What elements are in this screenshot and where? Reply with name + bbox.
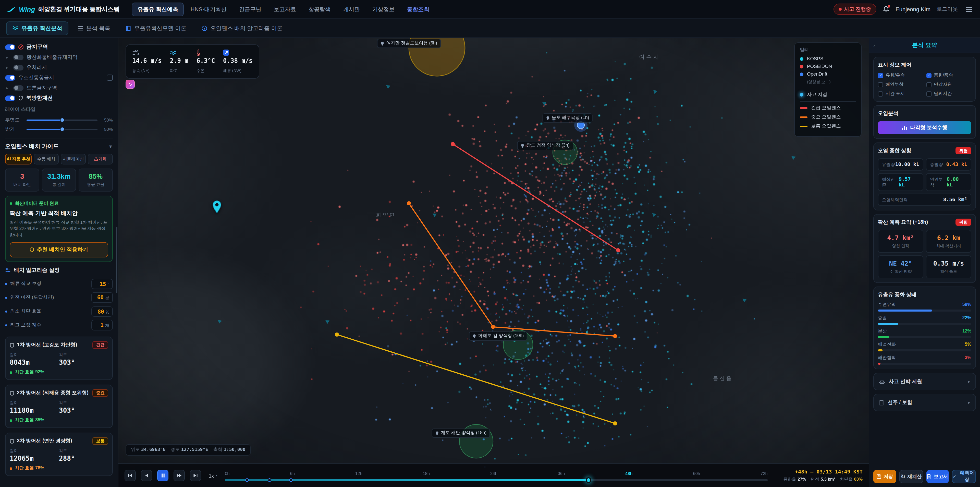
prediction-save-button[interactable]: ✓ 예측저장	[952, 470, 976, 483]
recalculate-button[interactable]: ↻ 재계산	[899, 470, 923, 483]
polygon-analysis-button[interactable]: 다각형 분석수행	[878, 121, 971, 134]
expand-caret-icon[interactable]: ▸	[6, 65, 10, 70]
layer-toggle-drone-ban[interactable]	[13, 85, 24, 91]
report-button[interactable]: 보고서	[926, 470, 949, 483]
defense-line-card-2[interactable]: 2차 방어선 (외해용 중형 포위형) 중요 길이11180m 각도303° 차…	[5, 385, 113, 428]
menu-icon[interactable]	[964, 5, 974, 13]
param-input[interactable]: 80%	[91, 307, 113, 317]
wave-icon	[170, 49, 188, 56]
skip-start-button[interactable]	[124, 470, 136, 481]
nav-item-board[interactable]: 게시판	[338, 2, 366, 16]
checkbox-flow[interactable]: 유향/유속	[878, 72, 923, 79]
layers-tool-button[interactable]	[126, 80, 135, 89]
checkbox-weather-time[interactable]: 날씨시간	[926, 91, 971, 97]
nav-item-hns[interactable]: HNS·대기확산	[185, 2, 232, 16]
defense-line-card-3[interactable]: 3차 방어선 (연안 경량형) 보통 길이12065m 각도288° 차단 효율…	[5, 433, 113, 476]
param-input[interactable]: 60분	[91, 292, 113, 303]
mode-ai-recommend-button[interactable]: AI 자동 추천	[5, 154, 32, 164]
vessel-spec-section[interactable]: 사고 선박 제원 ▸	[873, 373, 976, 390]
shoreline-attached-cell: 연안부착0.00 kL	[926, 173, 971, 191]
sidebar-scrollbar[interactable]	[116, 227, 118, 293]
nav-item-spill-forecast[interactable]: 유출유 확산예측	[132, 2, 184, 16]
tab-spill-analysis[interactable]: 유출유 확산분석	[6, 21, 68, 35]
deploy-marker[interactable]	[268, 478, 271, 482]
timeline-track[interactable]	[225, 479, 768, 481]
checkbox-sensitive[interactable]: 민감자원	[926, 82, 971, 88]
impact-area-cell: 4.7 km²영향 면적	[878, 230, 923, 253]
panel-collapse-icon[interactable]: ›	[873, 42, 875, 48]
pause-button[interactable]	[157, 470, 169, 481]
place-label-jangdo-farm[interactable]: 장도 청정 양식장 (3h)	[517, 141, 573, 150]
nav-item-reports[interactable]: 보고자료	[268, 2, 302, 16]
nav-item-weather[interactable]: 기상정보	[367, 2, 401, 16]
place-label-tidal-flat[interactable]: 여자만 갯벌도보여행 (6h)	[377, 39, 441, 48]
algorithm-settings-header: 배치 알고리즘 설정	[5, 267, 113, 274]
opacity-slider[interactable]	[27, 119, 97, 121]
display-control-section: 표시 정보 제어 유향/유속 풍향/풍속 해안부착 민감자원 시간 표시 날씨시…	[873, 57, 976, 102]
thermometer-icon	[197, 49, 215, 56]
mode-manual-button[interactable]: 수동 배치	[34, 154, 59, 164]
chevron-right-icon: ▸	[968, 379, 970, 384]
nav-item-integrated-search[interactable]: 통합조회	[401, 2, 435, 16]
defense-line-card-1[interactable]: 1차 방어선 (고강도 차단형) 긴급 길이8043m 각도303° 차단 효율…	[5, 337, 113, 380]
pin-icon	[380, 41, 384, 46]
fast-forward-button[interactable]	[173, 470, 185, 481]
data-ready-badge: 확산데이터 준비 완료	[10, 200, 108, 207]
notification-bell-icon[interactable]	[882, 6, 889, 13]
timeline-thumb[interactable]	[586, 477, 591, 483]
layer-toggle-sox-zone[interactable]	[13, 54, 24, 60]
map-pin[interactable]	[212, 200, 222, 216]
expand-caret-icon[interactable]: ▸	[6, 55, 10, 59]
incident-status-badge[interactable]: 사고 진행중	[833, 3, 876, 15]
nav-item-aerial-search[interactable]: 항공탐색	[303, 2, 337, 16]
deploy-marker[interactable]	[290, 478, 293, 482]
param-input[interactable]: 1개	[91, 320, 113, 331]
main-direction-cell: NE 42°주 확산 방향	[878, 255, 923, 278]
priority-badge: 중요	[93, 390, 108, 397]
deploy-marker[interactable]	[245, 478, 249, 482]
tab-analysis-list[interactable]: 분석 목록	[72, 21, 116, 35]
map-area[interactable]: 여수시 화양면 돌산읍 여자만 갯벌도보여행 (6h) 율포 해수욕장 (1h)…	[118, 38, 869, 487]
weather-overlay-card: 14.6 m/s풍속 (NE) 2.9 m파고 6.3°C수온 0.38 m/s…	[126, 45, 259, 79]
step-back-button[interactable]	[141, 470, 152, 481]
place-label-gaedo-farm[interactable]: 개도 해안 양식장 (18h)	[432, 428, 490, 438]
layer-toggle-restricted-zone[interactable]	[5, 44, 15, 50]
expand-caret-icon[interactable]: ▸	[6, 86, 10, 90]
layer-toggle-tanker-ban[interactable]	[5, 75, 15, 80]
notification-dot	[887, 5, 890, 8]
param-input[interactable]: 15°	[91, 279, 113, 289]
content-area: 금지구역 ▸ 황산화물배출규제지역 ▸ 유처리제 유조선통항금지	[0, 38, 980, 487]
layer-label: 북방한계선	[26, 94, 53, 102]
brand[interactable]: Wing 해양환경 위기대응 통합시스템	[6, 5, 120, 14]
risk-badge: 위험	[956, 219, 971, 226]
place-label-yulpo-beach[interactable]: 율포 해수욕장 (1h)	[542, 113, 593, 123]
sub-tabbar: 유출유 확산분석 분석 목록 유출유확산모델 이론 오일펜스 배치 알고리즘 이…	[0, 19, 980, 38]
map-vector-overlay	[118, 38, 869, 487]
apply-recommendation-button[interactable]: 추천 배치안 적용하기	[10, 242, 108, 258]
boom-guide-stats: 3 배치 라인 31.3km 총 길이 85% 평균 효율	[5, 169, 113, 192]
mode-reset-button[interactable]: 초기화	[88, 154, 113, 164]
save-button[interactable]: 저장	[873, 470, 896, 483]
chevron-down-icon[interactable]: ▼	[108, 144, 113, 149]
tab-boom-algorithm-theory[interactable]: 오일펜스 배치 알고리즘 이론	[196, 21, 288, 35]
nav-item-rescue[interactable]: 긴급구난	[234, 2, 267, 16]
slider-thumb[interactable]	[60, 118, 64, 122]
layer-toggle-dispersant[interactable]	[13, 65, 24, 70]
checkbox-shoreline[interactable]: 해안부착	[878, 82, 923, 88]
layer-toggle-nll[interactable]	[5, 95, 15, 101]
checkbox-wind[interactable]: 풍향/풍속	[926, 72, 971, 79]
checkbox-time[interactable]: 시간 표시	[878, 91, 923, 97]
playback-speed-select[interactable]: 1x▾	[206, 471, 220, 480]
mode-simulation-button[interactable]: 시뮬레이션	[61, 154, 86, 164]
skip-end-button[interactable]	[190, 470, 201, 481]
slider-thumb[interactable]	[60, 127, 64, 131]
brightness-slider[interactable]	[27, 128, 97, 130]
nav-right: 사고 진행중 Eunjeong Kim 로그아웃	[833, 3, 974, 15]
logout-button[interactable]: 로그아웃	[937, 6, 958, 13]
owner-insurance-section[interactable]: 선주 / 보험 ▸	[873, 394, 976, 411]
place-label-hwataedo-farm[interactable]: 화태도 김 양식장 (10h)	[469, 332, 528, 341]
tab-diffusion-model-theory[interactable]: 유출유확산모델 이론	[119, 21, 192, 35]
polluted-area-cell: 오염해역면적8.56 km²	[878, 193, 971, 206]
layer-options-button[interactable]	[107, 75, 113, 81]
user-name[interactable]: Eunjeong Kim	[896, 6, 931, 12]
